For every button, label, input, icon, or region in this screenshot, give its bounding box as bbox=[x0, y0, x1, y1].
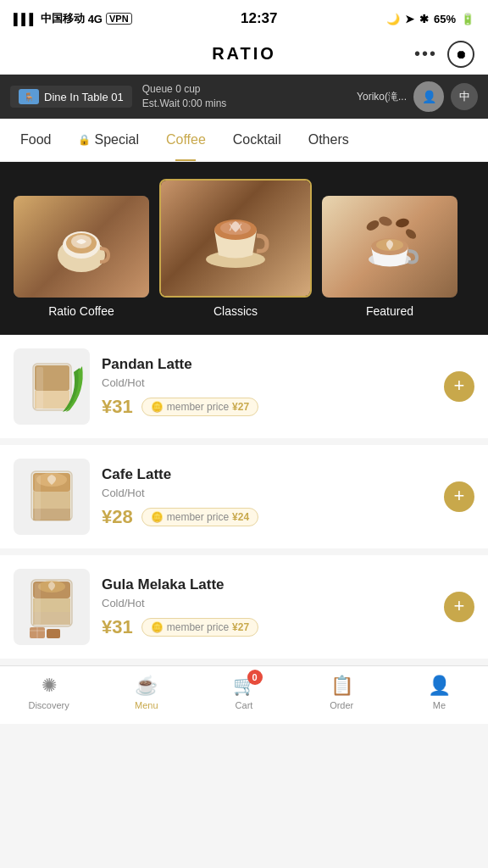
member-icon: 🪙 bbox=[151, 621, 164, 633]
menu-icon: ☕ bbox=[135, 675, 158, 697]
dine-in-section[interactable]: 🪑 Dine In Table 01 bbox=[10, 86, 132, 108]
user-avatar[interactable]: 👤 bbox=[413, 81, 444, 112]
svg-rect-24 bbox=[35, 475, 41, 520]
classics-label: Classics bbox=[214, 304, 258, 318]
est-wait-label: Est.Wait 0:00 mins bbox=[142, 97, 227, 111]
price-row: ¥31 🪙 member price ¥27 bbox=[102, 616, 432, 638]
member-badge: 🪙 member price ¥24 bbox=[141, 508, 258, 526]
order-label: Order bbox=[330, 700, 353, 710]
nav-order[interactable]: 📋 Order bbox=[293, 675, 391, 710]
cart-badge: 0 bbox=[247, 670, 263, 685]
sidebar-item-food[interactable]: Food bbox=[7, 119, 64, 161]
status-left: ▌▌▌ 中国移动 4G VPN bbox=[14, 11, 132, 26]
pandan-latte-info: Pandan Latte Cold/Hot ¥31 🪙 member price… bbox=[102, 356, 432, 418]
user-section: Yoriko(滝... 👤 中 bbox=[357, 81, 478, 112]
add-pandan-latte-button[interactable]: + bbox=[444, 371, 474, 402]
table-row: Cafe Latte Cold/Hot ¥28 🪙 member price ¥… bbox=[0, 445, 488, 548]
app-title: RATIO bbox=[212, 44, 276, 64]
nav-menu[interactable]: ☕ Menu bbox=[97, 675, 195, 710]
record-button[interactable]: ⏺ bbox=[447, 41, 474, 68]
info-bar: 🪑 Dine In Table 01 Queue 0 cup Est.Wait … bbox=[0, 75, 488, 119]
item-name: Gula Melaka Latte bbox=[102, 576, 432, 593]
item-desc: Cold/Hot bbox=[102, 487, 432, 499]
slider-section: Ratio Coffee bbox=[0, 162, 488, 335]
cocktail-label: Cocktail bbox=[233, 132, 281, 147]
more-options-button[interactable]: ••• bbox=[414, 44, 437, 64]
bottom-nav: ✺ Discovery ☕ Menu 🛒 0 Cart 📋 Order 👤 Me bbox=[0, 665, 488, 724]
queue-label: Queue 0 cup bbox=[142, 82, 227, 97]
battery-icon: 🔋 bbox=[461, 13, 474, 25]
member-price: ¥27 bbox=[232, 621, 249, 633]
category-nav: Food 🔒 Special Coffee Cocktail Others bbox=[0, 119, 488, 162]
classics-image bbox=[159, 179, 312, 298]
slide-ratio-coffee[interactable]: Ratio Coffee bbox=[14, 196, 149, 318]
svg-point-10 bbox=[404, 227, 419, 241]
member-price: ¥27 bbox=[232, 401, 249, 413]
add-gula-melaka-button[interactable]: + bbox=[444, 592, 474, 622]
bluetooth-icon: ✱ bbox=[419, 13, 429, 25]
item-price: ¥31 bbox=[102, 396, 133, 418]
nav-me[interactable]: 👤 Me bbox=[391, 675, 488, 710]
lang-button[interactable]: 中 bbox=[451, 83, 478, 110]
location-icon: ➤ bbox=[405, 13, 414, 25]
member-label: member price bbox=[167, 621, 229, 633]
vpn-badge: VPN bbox=[106, 13, 132, 25]
order-icon: 📋 bbox=[330, 675, 353, 697]
svg-rect-17 bbox=[36, 367, 43, 409]
others-label: Others bbox=[308, 132, 349, 147]
member-label: member price bbox=[167, 401, 229, 413]
lock-icon: 🔒 bbox=[78, 134, 91, 146]
cafe-latte-info: Cafe Latte Cold/Hot ¥28 🪙 member price ¥… bbox=[102, 466, 432, 528]
price-row: ¥28 🪙 member price ¥24 bbox=[102, 506, 432, 528]
item-desc: Cold/Hot bbox=[102, 597, 432, 609]
cart-wrapper: 🛒 0 bbox=[233, 675, 256, 697]
app-header: RATIO ••• ⏺ bbox=[0, 37, 488, 75]
table-row: Pandan Latte Cold/Hot ¥31 🪙 member price… bbox=[0, 335, 488, 438]
table-icon: 🪑 bbox=[19, 89, 39, 104]
me-label: Me bbox=[433, 700, 446, 710]
svg-rect-30 bbox=[35, 583, 41, 625]
slide-classics[interactable]: Classics bbox=[159, 179, 312, 318]
battery-label: 65% bbox=[434, 13, 456, 25]
sidebar-item-coffee[interactable]: Coffee bbox=[152, 119, 219, 161]
pandan-latte-image bbox=[14, 348, 90, 425]
member-label: member price bbox=[167, 511, 229, 523]
status-time: 12:37 bbox=[241, 10, 277, 27]
moon-icon: 🌙 bbox=[386, 13, 400, 25]
item-name: Cafe Latte bbox=[102, 466, 432, 483]
user-name: Yoriko(滝... bbox=[357, 90, 407, 104]
svg-point-7 bbox=[365, 219, 381, 233]
sidebar-item-cocktail[interactable]: Cocktail bbox=[219, 119, 295, 161]
svg-rect-32 bbox=[47, 629, 60, 638]
price-row: ¥31 🪙 member price ¥27 bbox=[102, 396, 432, 418]
network-type: 4G bbox=[88, 13, 103, 25]
menu-list: Pandan Latte Cold/Hot ¥31 🪙 member price… bbox=[0, 335, 488, 659]
carrier-label: 中国移动 bbox=[41, 11, 85, 26]
slide-featured[interactable]: Featured bbox=[322, 196, 458, 318]
item-name: Pandan Latte bbox=[102, 356, 432, 373]
nav-cart[interactable]: 🛒 0 Cart bbox=[195, 675, 292, 710]
member-icon: 🪙 bbox=[151, 511, 164, 523]
header-actions: ••• ⏺ bbox=[414, 41, 474, 68]
member-badge: 🪙 member price ¥27 bbox=[141, 618, 258, 637]
status-bar: ▌▌▌ 中国移动 4G VPN 12:37 🌙 ➤ ✱ 65% 🔋 bbox=[0, 0, 488, 37]
dine-in-label: Dine In Table 01 bbox=[44, 91, 124, 103]
food-label: Food bbox=[20, 132, 51, 147]
nav-discovery[interactable]: ✺ Discovery bbox=[0, 675, 97, 710]
item-price: ¥28 bbox=[102, 506, 133, 528]
ratio-coffee-label: Ratio Coffee bbox=[48, 304, 114, 318]
sidebar-item-special[interactable]: 🔒 Special bbox=[64, 119, 152, 161]
table-row: Gula Melaka Latte Cold/Hot ¥31 🪙 member … bbox=[0, 555, 488, 659]
ratio-coffee-image bbox=[14, 196, 149, 298]
add-cafe-latte-button[interactable]: + bbox=[444, 481, 474, 512]
item-price: ¥31 bbox=[102, 616, 133, 638]
me-icon: 👤 bbox=[428, 675, 451, 697]
sidebar-item-others[interactable]: Others bbox=[295, 119, 363, 161]
item-desc: Cold/Hot bbox=[102, 376, 432, 389]
svg-point-8 bbox=[378, 215, 393, 228]
featured-label: Featured bbox=[366, 304, 413, 318]
menu-label: Menu bbox=[135, 700, 158, 710]
signal-icon: ▌▌▌ bbox=[14, 13, 37, 25]
record-icon: ⏺ bbox=[455, 47, 467, 61]
featured-image bbox=[322, 196, 458, 298]
